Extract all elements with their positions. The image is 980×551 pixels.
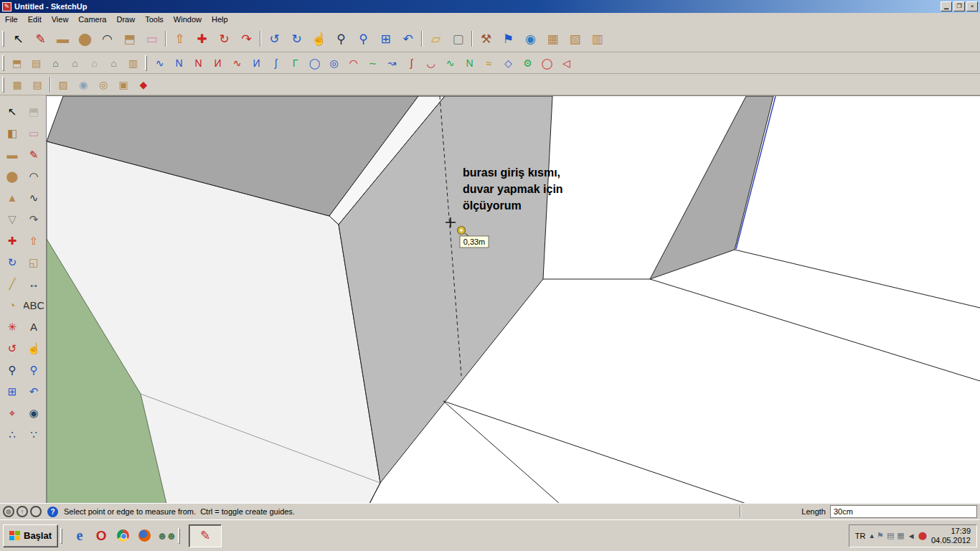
firefox-icon[interactable] [134, 524, 154, 547]
start-button[interactable]: Başlat [3, 524, 58, 547]
add-location-button[interactable]: ▦ [542, 28, 563, 50]
clock[interactable]: 17:39 04.05.2012 [931, 527, 971, 545]
eraser-tool[interactable]: ▭ [23, 123, 44, 143]
length-input[interactable]: 30cm [830, 505, 977, 518]
curve-scurve-tool[interactable]: ↝ [383, 55, 401, 72]
curve-bspline-tool[interactable]: И [248, 55, 265, 72]
circle-tool[interactable]: ⬤ [1, 166, 23, 187]
follow-me-tool[interactable]: ↷ [236, 28, 257, 50]
tray-volume-icon[interactable]: ◄ [908, 532, 915, 540]
menu-item[interactable]: Help [207, 14, 233, 25]
add-scene-button[interactable]: ▢ [448, 28, 468, 50]
follow-me-tool[interactable]: ↷ [23, 209, 44, 230]
orbit-tool[interactable]: ↻ [286, 28, 307, 50]
zoom-window-tool[interactable]: ⚲ [23, 359, 44, 380]
curve-cubic-tool[interactable]: N [189, 55, 207, 72]
previous-view-tool[interactable]: ↶ [397, 28, 418, 50]
zoom-extents-tool[interactable]: ⊞ [1, 381, 23, 402]
arc-tool[interactable]: ◠ [23, 166, 44, 187]
help-icon[interactable]: ? [47, 507, 58, 517]
rotate-tool[interactable]: ↻ [1, 252, 23, 273]
rotate-tool[interactable]: ↻ [214, 28, 235, 50]
statusbar-model-button[interactable] [30, 506, 42, 517]
move-tool[interactable]: ✚ [1, 230, 23, 251]
curve-circle-tool[interactable]: ◯ [306, 55, 324, 72]
toggle-terrain-button[interactable]: ▧ [565, 28, 585, 50]
close-button[interactable]: × [966, 1, 978, 11]
toolbar-grip[interactable] [145, 55, 147, 71]
get-models-button[interactable]: ⚒ [476, 28, 496, 50]
menu-item[interactable]: Tools [140, 14, 169, 25]
line-tool[interactable]: ✎ [23, 144, 44, 165]
menu-item[interactable]: Window [169, 14, 207, 25]
left-view-button[interactable]: ⌂ [105, 55, 123, 72]
google-earth-button[interactable]: ◉ [520, 28, 541, 50]
walk-tool[interactable]: ∴ [1, 424, 23, 445]
sandbox-flip-edge-tool[interactable]: ◆ [134, 76, 153, 93]
dimension-tool[interactable]: ↔ [23, 273, 44, 294]
tray-opera-icon[interactable]: ⬤ [918, 531, 927, 540]
menu-item[interactable]: Draw [111, 14, 140, 25]
select-tool[interactable]: ↖ [8, 28, 29, 50]
sandbox-drape-tool[interactable]: ◎ [94, 76, 113, 93]
zoom-tool[interactable]: ⚲ [331, 28, 352, 50]
line-tool[interactable]: ✎ [30, 28, 51, 50]
curve-fspline-tool[interactable]: ∿ [228, 55, 246, 72]
rectangle-tool[interactable]: ▬ [52, 28, 73, 50]
curve-triangle-tool[interactable]: ◁ [557, 55, 575, 72]
tray-display-icon[interactable]: ▦ [897, 531, 904, 540]
tray-window-icon[interactable]: ▤ [887, 531, 894, 540]
right-view-button[interactable]: ⌂ [66, 55, 84, 72]
taskbar-sketchup-button[interactable]: ✎ [189, 524, 222, 547]
orbit-tool[interactable]: ↺ [1, 338, 23, 359]
pan-tool[interactable]: ☝ [308, 28, 329, 50]
select-tool[interactable]: ↖ [1, 101, 23, 122]
iso-view-button[interactable]: ⬒ [8, 55, 26, 72]
scale-tool[interactable]: ◱ [23, 252, 44, 273]
eraser-tool[interactable]: ▭ [141, 28, 162, 50]
offset-tool[interactable]: ↺ [264, 28, 285, 50]
top-view-button[interactable]: ▤ [27, 55, 45, 72]
arc-tool[interactable]: ◠ [97, 28, 118, 50]
curve-divide-tool[interactable]: N [461, 55, 479, 72]
chrome-icon[interactable] [113, 524, 133, 547]
circle-tool[interactable]: ⬤ [75, 28, 95, 50]
curve-arc3pt-tool[interactable]: ◠ [344, 55, 362, 72]
tray-flag-icon[interactable]: ⚑ [877, 531, 884, 540]
sandbox-from-contours-tool[interactable]: ▦ [8, 76, 27, 93]
curve-catmull-tool[interactable]: ʃ [267, 55, 285, 72]
text-tool[interactable]: ABC [23, 295, 44, 316]
front-view-button[interactable]: ⌂ [47, 55, 65, 72]
protractor-tool[interactable]: ◔ [1, 295, 23, 316]
shared-users-icon[interactable]: ☻☻ [156, 524, 176, 547]
bottom-view-button[interactable]: ▥ [124, 55, 142, 72]
curve-courbette-tool[interactable]: Γ [286, 55, 304, 72]
curve-polyline-tool[interactable]: ∿ [151, 55, 169, 72]
quicklaunch-grip[interactable] [60, 528, 62, 544]
curve-bezier-tool[interactable]: N [170, 55, 188, 72]
tray-expand-icon[interactable]: ▴ [870, 531, 875, 540]
curve-polygon-tool[interactable]: ◇ [499, 55, 517, 72]
rectangle-tool[interactable]: ▬ [1, 144, 23, 165]
share-model-button[interactable]: ⚑ [498, 28, 519, 50]
axes-tool[interactable]: ✳ [1, 316, 23, 337]
polygon-tool[interactable]: ▲ [1, 187, 23, 208]
language-indicator[interactable]: TR [855, 532, 866, 540]
curve-freehand-tool[interactable]: ≈ [480, 55, 498, 72]
sandbox-smoove-tool[interactable]: ▨ [54, 76, 72, 93]
menu-item[interactable]: View [47, 14, 74, 25]
curve-smooth-tool[interactable]: ∿ [441, 55, 459, 72]
toolbar-grip[interactable] [2, 77, 4, 93]
restore-button[interactable]: ❐ [953, 1, 965, 11]
sandbox-stamp-tool[interactable]: ◉ [74, 76, 93, 93]
statusbar-geolocation-button[interactable]: ◍ [3, 506, 14, 517]
menu-item[interactable]: Edit [23, 14, 47, 25]
drawing-viewport[interactable]: burası giriş kısmı, duvar yapmak için öl… [47, 95, 980, 503]
tape-measure-tool[interactable]: ╱ [1, 273, 23, 294]
zoom-window-tool[interactable]: ⚲ [353, 28, 374, 50]
curve-quadratic-tool[interactable]: И [209, 55, 227, 72]
pan-tool[interactable]: ☝ [23, 338, 44, 359]
minimize-button[interactable]: ▁ [941, 1, 952, 11]
curve-halfarc-tool[interactable]: ◡ [422, 55, 440, 72]
make-component-tool[interactable]: ⬒ [23, 101, 44, 122]
